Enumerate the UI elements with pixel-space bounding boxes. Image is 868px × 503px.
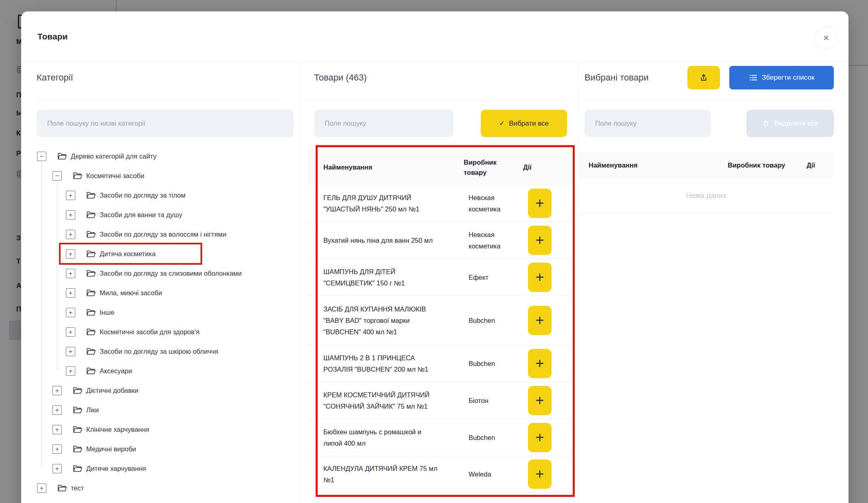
tree-item-label: Засоби для ванни та душу [100, 211, 182, 219]
divider [584, 100, 833, 100]
tree-expander-icon[interactable]: + [52, 386, 62, 395]
add-product-button[interactable]: + [528, 459, 552, 489]
column-header-name: Найменування [323, 163, 464, 171]
product-row: ШАМПУНЬ 2 В 1 ПРИНЦЕСА РОЗАЛІЯ "BUBCHEN"… [308, 345, 572, 382]
selected-search-input[interactable]: Поле пошуку [584, 110, 711, 137]
tree-expander-icon[interactable]: − [52, 171, 62, 181]
tree-expander-icon[interactable]: + [52, 425, 62, 434]
column-divider [578, 62, 579, 503]
tree-expander-icon[interactable]: + [66, 366, 75, 376]
folder-icon [72, 405, 83, 415]
add-product-button[interactable]: + [528, 263, 552, 292]
save-list-label: Зберегти список [762, 74, 814, 82]
product-name: ШАМПУНЬ ДЛЯ ДІТЕЙ "СЕМИЦВЕТИК" 150 г №1 [323, 266, 441, 289]
folder-icon [86, 366, 96, 376]
delete-all-button[interactable]: Видалити все [746, 110, 834, 137]
products-rows: ГЕЛЬ ДЛЯ ДУШУ ДИТЯЧИЙ "УШАСТЫЙ НЯНЬ" 250… [308, 185, 572, 492]
tree-item[interactable]: − Косметичні засоби [37, 166, 299, 185]
close-button[interactable]: ✕ [815, 26, 837, 49]
tree-expander-icon[interactable]: + [66, 269, 75, 278]
tree-item[interactable]: + Мила, миючі засоби [37, 283, 299, 303]
divider [37, 100, 279, 100]
add-product-button[interactable]: + [528, 189, 552, 218]
product-search-input[interactable]: Поле пошуку [314, 110, 454, 137]
save-list-button[interactable]: Зберегти список [729, 66, 834, 89]
tree-expander-icon[interactable]: + [52, 444, 62, 454]
product-row: КАЛЕНДУЛА ДИТЯЧИЙ КРЕМ 75 мл №1 Weleda + [308, 456, 572, 492]
tree-expander-icon[interactable]: + [66, 191, 75, 200]
selected-table: Найменування Виробник товару Дії Нема да… [579, 152, 833, 213]
product-row: Бюбхен шампунь с ромашкой и липой 400 мл… [308, 419, 572, 456]
column-header-name: Найменування [589, 161, 637, 169]
product-actions: + [528, 263, 552, 292]
add-product-button[interactable]: + [528, 386, 552, 415]
category-tree: − Дерево категорій для сайту − Косметичн… [37, 146, 299, 503]
tree-item[interactable]: + Аксесуари [37, 361, 299, 381]
search-placeholder: Поле пошуку [595, 120, 637, 128]
tree-item[interactable]: + Засоби по догляду за шкірою обличчя [37, 342, 299, 361]
tree-item-label: Мила, миючі засоби [100, 289, 162, 297]
add-product-button[interactable]: + [528, 423, 552, 452]
tree-item-label: Засоби по догляду за волоссям і нігтями [100, 231, 226, 238]
tree-expander-icon[interactable]: + [52, 464, 62, 473]
folder-icon [72, 444, 83, 454]
tree-expander-icon[interactable]: + [66, 210, 75, 220]
tree-item[interactable]: + Дієтичні добавки [37, 381, 299, 400]
check-icon: ✓ [499, 119, 505, 128]
tree-expander-icon[interactable]: + [66, 230, 75, 239]
tree-item[interactable]: + Ліки [37, 400, 299, 420]
tree-expander-icon[interactable]: + [37, 483, 46, 493]
tree-expander-icon[interactable]: + [52, 405, 62, 415]
tree-expander-icon[interactable]: + [66, 327, 75, 337]
product-row: КРЕМ КОСМЕТИЧНИЙ ДИТЯЧИЙ "СОНЯЧНИЙ ЗАЙЧИ… [308, 382, 572, 419]
upload-icon [699, 73, 709, 83]
product-manufacturer: Ефект [469, 272, 519, 283]
product-row: ГЕЛЬ ДЛЯ ДУШУ ДИТЯЧИЙ "УШАСТЫЙ НЯНЬ" 250… [308, 185, 572, 222]
tree-item[interactable]: + Засоби для ванни та душу [37, 205, 299, 224]
tree-item[interactable]: + [37, 498, 299, 503]
column-divider [301, 62, 301, 503]
product-name: ШАМПУНЬ 2 В 1 ПРИНЦЕСА РОЗАЛІЯ "BUBCHEN"… [323, 352, 441, 375]
tree-item[interactable]: + Засоби по догляду за слизовими оболонк… [37, 263, 299, 283]
product-row: ШАМПУНЬ ДЛЯ ДІТЕЙ "СЕМИЦВЕТИК" 150 г №1 … [308, 259, 572, 296]
tree-item[interactable]: + Засоби по догляду за тілом [37, 185, 299, 205]
select-all-button[interactable]: ✓ Вибрати все [481, 110, 567, 137]
folder-icon [86, 190, 96, 200]
tree-item[interactable]: + Клінічне харчування [37, 420, 299, 439]
product-name: ЗАСІБ ДЛЯ КУПАННЯ МАЛЮКІВ "BABY BAD" тор… [323, 303, 441, 338]
add-product-button[interactable]: + [528, 306, 552, 335]
tree-item[interactable]: + Медичні вироби [37, 439, 299, 459]
upload-button[interactable] [687, 66, 720, 89]
product-actions: + [528, 386, 552, 415]
add-product-button[interactable]: + [528, 226, 552, 255]
tree-expander-icon[interactable]: + [66, 249, 75, 259]
tree-item[interactable]: + Дитяче харчування [37, 459, 299, 478]
folder-icon [72, 464, 83, 474]
folder-icon [86, 210, 96, 220]
add-product-button[interactable]: + [528, 349, 552, 378]
column-header-manufacturer: Виробник товару [464, 157, 512, 178]
tree-expander-icon[interactable]: + [66, 308, 75, 317]
tree-item[interactable]: + Інше [37, 303, 299, 322]
tree-item[interactable]: − Дерево категорій для сайту [37, 146, 299, 166]
tree-expander-icon[interactable]: − [37, 152, 46, 161]
select-all-label: Вибрати все [509, 120, 549, 128]
folder-icon [72, 385, 83, 396]
tree-item[interactable]: + Засоби по догляду за волоссям і нігтям… [37, 224, 299, 244]
tree-item[interactable]: + Косметичні засоби для здоров'я [37, 322, 299, 342]
folder-icon [86, 346, 96, 357]
product-manufacturer: Bubchen [469, 432, 519, 443]
product-manufacturer: Bubchen [469, 358, 519, 369]
search-placeholder: Поле пошуку по назві категорії [47, 120, 146, 128]
product-actions: + [528, 459, 552, 489]
tree-item-label: Ліки [86, 406, 99, 414]
delete-all-label: Видалити все [774, 120, 818, 128]
tree-item[interactable]: + Дитяча косметика [37, 244, 299, 263]
tree-item[interactable]: + тест [37, 478, 299, 498]
products-modal: Товари ✕ Категорії Поле пошуку по назві … [21, 11, 848, 503]
category-search-input[interactable]: Поле пошуку по назві категорії [37, 110, 294, 137]
tree-expander-icon[interactable]: + [66, 347, 75, 356]
folder-icon [72, 171, 83, 181]
product-actions: + [528, 189, 552, 218]
tree-expander-icon[interactable]: + [66, 288, 75, 298]
